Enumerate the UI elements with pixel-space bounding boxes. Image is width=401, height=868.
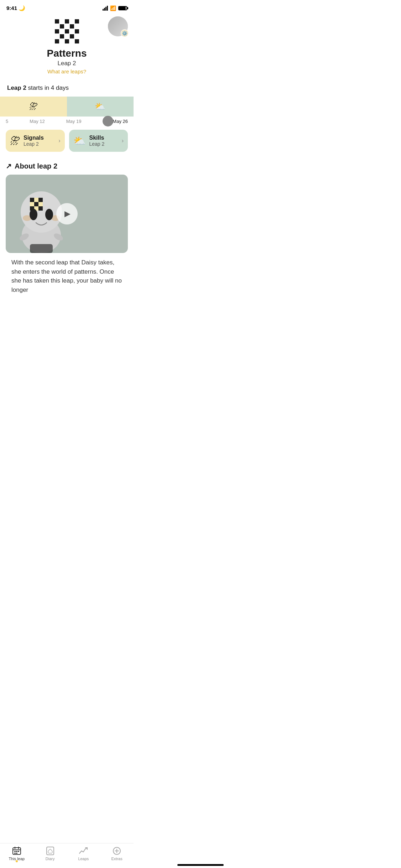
trend-arrow-icon: ↗ [6,162,12,170]
date-labels: 5 May 12 May 19 May 26 [0,117,134,126]
storm-icon: ⛈ [29,102,38,112]
timeline-skills-zone: ⛅ [67,97,134,117]
moon-icon: 🌙 [19,5,25,11]
signals-sublabel: Leap 2 [24,141,55,147]
signal-icon [103,6,108,11]
date-may19: May 19 [66,119,82,124]
timeline: ⛈ ⛅ [0,97,134,117]
svg-rect-10 [38,206,43,211]
svg-rect-7 [38,202,43,206]
svg-point-15 [45,209,53,220]
date-may12: May 12 [30,119,45,124]
profile-button[interactable]: ⚙️ [108,16,128,36]
about-title: ↗ About leap 2 [6,162,128,170]
leap-name-bold: Leap 2 [7,84,26,91]
settings-icon: ⚙️ [121,29,129,37]
status-bar: 9:41 🌙 📶 [0,0,134,14]
cards-row: ⛈ Signals Leap 2 › ⛅ Skills Leap 2 › [0,126,134,155]
partly-cloudy-icon: ⛅ [95,102,105,112]
leap-info-bar: Leap 2 starts in 4 days [0,82,134,97]
about-description: With the second leap that Daisy takes, s… [6,253,128,294]
header: Patterns Leap 2 What are leaps? ⚙️ [0,14,134,82]
skills-card-text: Skills Leap 2 [89,135,118,147]
app-title: Patterns [47,48,87,59]
skills-chevron-icon: › [122,138,124,144]
about-section: ↗ About leap 2 [0,155,134,294]
about-title-text: About leap 2 [15,162,57,170]
what-are-leaps-link[interactable]: What are leaps? [47,68,86,74]
signals-label: Signals [24,135,55,141]
date-may26: May 26 [103,119,128,124]
skills-card[interactable]: ⛅ Skills Leap 2 › [69,130,128,152]
signals-icon: ⛈ [10,135,20,147]
svg-rect-6 [34,202,38,206]
date-5: 5 [6,119,8,124]
app-logo [55,19,79,43]
leap-starts-in: starts in 4 days [28,84,69,91]
svg-rect-18 [30,244,53,253]
svg-rect-5 [30,202,34,206]
timeline-signals-zone: ⛈ [0,97,67,117]
signals-card[interactable]: ⛈ Signals Leap 2 › [6,130,65,152]
video-thumbnail[interactable]: ▶ [6,175,128,253]
svg-point-1 [21,191,62,233]
svg-rect-3 [34,198,38,202]
skills-label: Skills [89,135,118,141]
date-indicator-dot [103,116,113,126]
status-time: 9:41 🌙 [6,5,25,11]
status-icons: 📶 [103,5,127,11]
signals-chevron-icon: › [58,138,60,144]
signals-card-text: Signals Leap 2 [24,135,55,147]
leap-subtitle: Leap 2 [58,60,76,67]
battery-icon [118,6,127,10]
skills-icon: ⛅ [73,135,86,147]
time-text: 9:41 [6,5,17,11]
leap-starts-text: Leap 2 starts in 4 days [7,84,126,92]
svg-rect-4 [38,198,43,202]
svg-rect-2 [30,198,34,202]
play-icon: ▶ [64,209,71,218]
skills-sublabel: Leap 2 [89,141,118,147]
svg-point-14 [30,209,37,220]
wifi-icon: 📶 [110,5,116,11]
video-play-button[interactable]: ▶ [56,203,78,224]
